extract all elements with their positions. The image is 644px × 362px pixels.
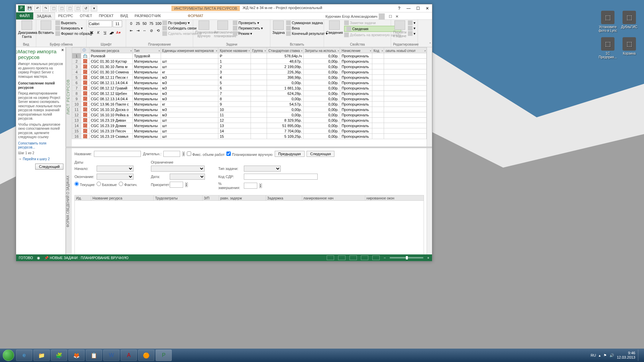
wizard-next-button[interactable]: Следующий: [35, 164, 63, 170]
deliverable-button[interactable]: Конечный результат ▾: [286, 31, 328, 36]
duration-input[interactable]: [163, 151, 180, 157]
move-button[interactable]: Переместить ▾: [233, 26, 263, 31]
task-type-select[interactable]: [244, 166, 281, 172]
table-row[interactable]: 16🧱CGC 16.23.19 СкамьяМатериальнышт155 1…: [72, 134, 427, 139]
task-app2[interactable]: 📋: [86, 350, 102, 361]
gantt-button[interactable]: Диаграмма Ганта: [18, 20, 36, 39]
view-btn-5[interactable]: [372, 255, 380, 260]
font-size-input[interactable]: [113, 20, 122, 27]
fill-color-button[interactable]: ◢▾: [109, 29, 115, 36]
qat-dropdown-icon[interactable]: ▾: [91, 5, 97, 11]
wbs-input[interactable]: [244, 174, 318, 180]
view-btn-2[interactable]: [338, 255, 345, 260]
tray-lang[interactable]: RU: [591, 353, 596, 357]
desktop-icon[interactable]: ⬚1С Предприя...: [598, 37, 618, 62]
assignment-table[interactable]: Ид.Название ресурсаТрудозатратыЗ/Правн. …: [74, 195, 424, 254]
resource-grid[interactable]: ⓘНазвание ресурса▾Тип▾Единицы измерения …: [72, 47, 427, 146]
column-header[interactable]: Краткое название▾: [218, 48, 251, 53]
next-button[interactable]: Следующая: [307, 151, 335, 157]
tab-resource[interactable]: РЕСУРС: [55, 12, 76, 19]
table-row[interactable]: 5🧱CGC 08.12.11 Песок гМатериальным34398,…: [72, 75, 427, 80]
column-header[interactable]: Код▾: [372, 48, 384, 53]
table-row[interactable]: 12🧱CGC 16.10.10 Рейка аМатериальным3110,…: [72, 112, 427, 118]
goto-button[interactable]: Перейти к задаче: [393, 20, 407, 38]
undo-icon[interactable]: ↶: [34, 5, 41, 11]
goto-step2-link[interactable]: Перейти к шагу 2: [23, 157, 50, 161]
table-row[interactable]: 2🧱CGC 01.30.10 КустарМатериальнышт148,67…: [72, 59, 427, 64]
save-icon[interactable]: 💾: [26, 5, 33, 11]
task-word[interactable]: W: [103, 350, 119, 361]
table-row[interactable]: 14🧱CGC 16.23.19 ДомикМатериальнышт1351 8…: [72, 123, 427, 128]
table-row[interactable]: 9🧱CGC 08.12.13.14.04.4Материальным380,00…: [72, 96, 427, 102]
qat-btn[interactable]: ⬚: [74, 5, 81, 11]
view-btn-4[interactable]: [361, 255, 368, 260]
mode-button[interactable]: Режим ▾: [233, 31, 263, 36]
prev-button[interactable]: Предыдущая: [275, 151, 305, 157]
font-color-button[interactable]: A▾: [115, 29, 121, 36]
table-row[interactable]: 10🧱CGC 13.96.16 Пакля сМатериальныкг954,…: [72, 102, 427, 107]
column-header[interactable]: Затраты на использ.▾: [303, 48, 340, 53]
table-row[interactable]: 7🧱CGC 08.12.12 ГравийМатериальным361 881…: [72, 85, 427, 91]
show-desktop-button[interactable]: [638, 350, 641, 361]
form-scrollbar[interactable]: [427, 148, 432, 254]
task-project[interactable]: P: [156, 350, 172, 361]
complete-input[interactable]: [244, 183, 257, 189]
qat-btn[interactable]: ⬚: [58, 5, 65, 11]
column-header[interactable]: Стандартная ставка▾: [267, 48, 303, 53]
tab-view[interactable]: ВИД: [117, 12, 131, 19]
task-firefox[interactable]: 🦊: [68, 350, 85, 361]
collapse-ribbon-icon[interactable]: ˆ: [430, 43, 431, 46]
column-header[interactable]: овить новый стол▾: [384, 48, 427, 53]
priority-input[interactable]: [170, 182, 183, 188]
tab-format[interactable]: ФОРМАТ: [184, 12, 207, 19]
table-row[interactable]: 15🧱CGC 16.23.19 ПесочМатериальнышт147 70…: [72, 128, 427, 134]
form-side-label[interactable]: ФОРМА СВЕДЕНИЙ О ЗАДАЧАХ: [66, 148, 72, 254]
tab-file[interactable]: ФАЙЛ: [16, 12, 33, 19]
qat-btn[interactable]: ↺: [83, 5, 89, 11]
column-header[interactable]: Тип▾: [132, 48, 161, 53]
tab-developer[interactable]: РАЗРАБОТЧИК: [131, 12, 164, 19]
manual-schedule-button[interactable]: Планирование вручную: [195, 20, 213, 38]
tray-flag-icon[interactable]: ⚑: [603, 353, 607, 358]
task-explorer[interactable]: 📁: [34, 350, 50, 361]
table-row[interactable]: 13🧱CGC 16.23.19 ДиванМатериальнышт128 32…: [72, 118, 427, 123]
map-fields-link[interactable]: Сопоставить поля ресурсов...: [18, 141, 46, 149]
font-name-input[interactable]: [89, 20, 112, 27]
constraint-date-select[interactable]: [170, 174, 205, 180]
underline-button[interactable]: Ч: [102, 29, 108, 36]
task-app3[interactable]: 🟠: [138, 350, 154, 361]
qat-btn[interactable]: ⬚: [50, 5, 57, 11]
zoom-in-button[interactable]: +: [427, 256, 429, 260]
desktop-icon[interactable]: ⬚ДубльГИС: [619, 11, 639, 36]
actual-radio[interactable]: [119, 182, 123, 186]
tray-up-icon[interactable]: ▴: [599, 353, 601, 358]
summary-button[interactable]: Суммарная задача: [286, 20, 328, 25]
current-radio[interactable]: [74, 182, 79, 186]
fixed-work-checkbox[interactable]: [187, 152, 191, 156]
column-header[interactable]: Группа▾: [251, 48, 267, 53]
tab-report[interactable]: ОТЧЕТ: [76, 12, 96, 19]
zoom-slider[interactable]: [390, 257, 423, 258]
column-header[interactable]: Название ресурса▾: [89, 48, 132, 53]
minimize-icon[interactable]: —: [404, 5, 413, 12]
tray-clock[interactable]: 9:4612.03.2013: [617, 351, 635, 360]
app-icon[interactable]: P: [18, 5, 25, 11]
finish-select[interactable]: [97, 174, 133, 180]
task-app[interactable]: 🧩: [51, 350, 67, 361]
table-row[interactable]: 4🧱CGC 01.30.10 СеменаМатериальныкг3226,3…: [72, 69, 427, 75]
milestone-button[interactable]: Веха: [286, 26, 328, 31]
column-header[interactable]: Единицы измерения материалов▾: [161, 48, 218, 53]
desktop-icon[interactable]: ⬚Корзина: [619, 37, 639, 62]
sheet-side-label[interactable]: ЛИСТ РЕСУРСОВ: [66, 47, 72, 146]
auto-schedule-button[interactable]: Автоматическое планирование: [214, 20, 231, 38]
paste-button[interactable]: Вставить: [38, 20, 54, 35]
qat-btn[interactable]: ⬚: [66, 5, 73, 11]
constraint-type-select[interactable]: [151, 166, 205, 172]
close-icon[interactable]: ✕: [423, 5, 432, 12]
tab-task[interactable]: ЗАДАЧА: [33, 12, 55, 19]
table-row[interactable]: 3🧱CGC 01.30.10 Липа мМатериальнышт22 199…: [72, 64, 427, 69]
status-macro-icon[interactable]: ◉: [37, 256, 40, 260]
inspect-button[interactable]: Проверить ▾: [233, 20, 263, 25]
desktop-icon[interactable]: ⬚Установите фото в Lync: [598, 11, 618, 36]
tab-project[interactable]: ПРОЕКТ: [96, 12, 117, 19]
